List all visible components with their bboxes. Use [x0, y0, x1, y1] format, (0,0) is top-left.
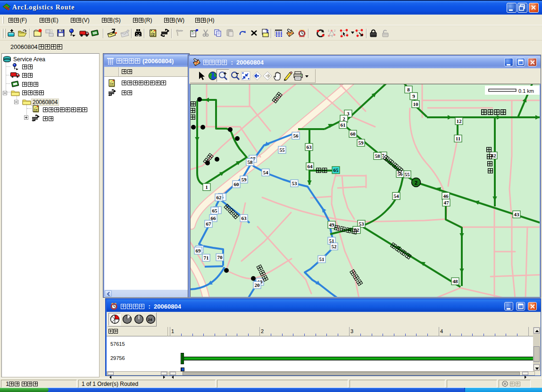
- svg-text:58: 58: [248, 159, 253, 165]
- svg-text:60: 60: [234, 181, 240, 187]
- svg-text:64: 64: [308, 163, 313, 169]
- svg-text:65: 65: [212, 208, 218, 213]
- svg-text:3: 3: [331, 35, 333, 37]
- svg-text:0.1 km: 0.1 km: [518, 88, 534, 94]
- svg-text:2: 2: [415, 180, 417, 186]
- svg-text:12: 12: [457, 118, 462, 124]
- svg-text:60: 60: [350, 131, 356, 137]
- svg-text:58: 58: [375, 153, 381, 159]
- svg-text:63: 63: [242, 215, 247, 221]
- svg-text:54: 54: [394, 193, 400, 199]
- svg-text:56: 56: [293, 133, 299, 139]
- svg-text:56: 56: [398, 171, 403, 177]
- svg-text:59: 59: [359, 140, 364, 146]
- svg-text:70: 70: [217, 254, 223, 260]
- svg-text:55: 55: [280, 147, 285, 153]
- svg-text:54: 54: [263, 170, 269, 175]
- svg-text:20: 20: [255, 282, 260, 288]
- svg-text:47: 47: [444, 200, 450, 205]
- svg-text:1: 1: [328, 29, 330, 32]
- svg-text:24: 24: [148, 318, 152, 322]
- svg-text:59: 59: [242, 177, 247, 182]
- svg-text:51: 51: [319, 256, 325, 262]
- svg-text:65: 65: [334, 167, 339, 173]
- svg-text:48: 48: [453, 278, 459, 284]
- svg-text:49: 49: [329, 222, 335, 228]
- svg-text:9: 9: [412, 93, 415, 99]
- svg-text:1: 1: [205, 184, 208, 190]
- svg-text:61: 61: [341, 122, 346, 128]
- svg-text:62: 62: [217, 195, 222, 200]
- svg-text:52: 52: [332, 244, 337, 249]
- svg-text:63: 63: [307, 144, 312, 150]
- svg-text:71: 71: [204, 255, 209, 261]
- svg-text:10: 10: [413, 101, 419, 107]
- svg-text:43: 43: [514, 212, 520, 217]
- svg-text:2: 2: [342, 116, 345, 122]
- svg-text:53: 53: [292, 180, 298, 186]
- svg-text:8: 8: [407, 87, 410, 92]
- svg-text:53: 53: [359, 221, 365, 227]
- svg-text:69: 69: [196, 248, 201, 253]
- svg-text:55: 55: [405, 172, 410, 177]
- svg-text:11: 11: [456, 136, 460, 141]
- svg-text:2: 2: [334, 29, 336, 32]
- svg-text:46: 46: [443, 193, 449, 199]
- svg-text:67: 67: [206, 221, 212, 227]
